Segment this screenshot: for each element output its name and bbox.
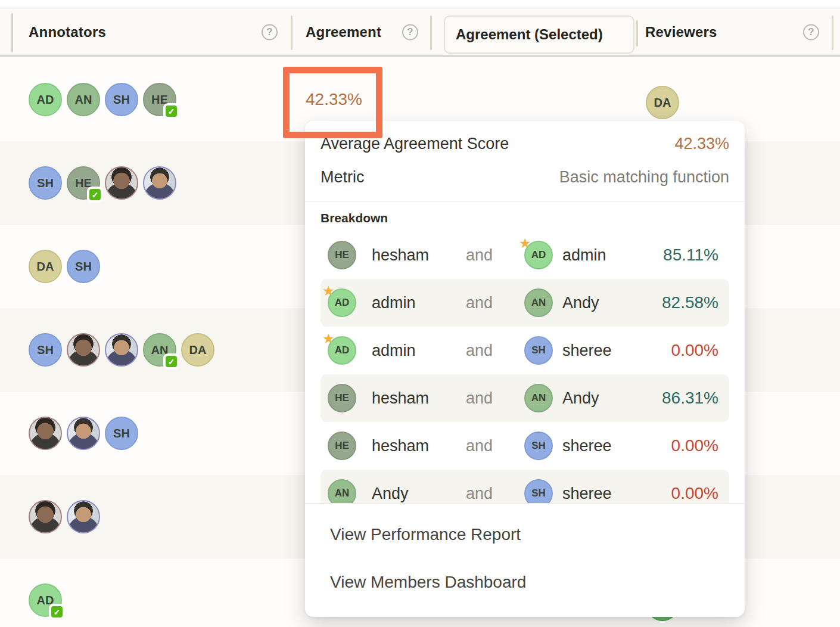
avatar-sh[interactable]: SH	[67, 250, 100, 283]
selected-column-label: Agreement (Selected)	[456, 26, 603, 43]
view-performance-report-link[interactable]: View Performance Report	[330, 511, 745, 558]
avatar-da[interactable]: DA	[181, 333, 214, 367]
member-name: Andy	[562, 294, 599, 312]
annotators-cell: SHHE✓	[29, 141, 176, 225]
avatar-sh[interactable]: SH	[105, 417, 138, 450]
avatar-an[interactable]: AN	[524, 384, 553, 412]
avatar-sh[interactable]: SH	[29, 333, 62, 367]
avatar-he[interactable]: HE✓	[67, 166, 100, 200]
avatar-initials: DA	[37, 260, 54, 274]
avatar-he[interactable]: HE	[328, 384, 356, 412]
pair-agreement-value: 82.58%	[662, 293, 718, 312]
pair-agreement-value: 85.11%	[663, 246, 718, 265]
avatar-ad[interactable]: AD	[29, 83, 62, 116]
avatar-photo[interactable]	[29, 500, 62, 533]
avatar-initials: SH	[531, 440, 546, 452]
member-name: sheree	[562, 437, 612, 455]
member-name: admin	[562, 246, 606, 265]
view-members-dashboard-link[interactable]: View Members Dashboard	[330, 558, 745, 606]
star-icon: ★	[519, 237, 531, 250]
star-icon: ★	[322, 332, 335, 346]
avatar-sh[interactable]: SH	[524, 432, 553, 460]
popover-links: View Performance Report View Members Das…	[305, 503, 745, 606]
annotators-cell: SHAN✓DA	[29, 308, 214, 392]
column-divider	[636, 20, 638, 46]
avatar-ad[interactable]: AD★	[328, 336, 356, 365]
avatar-sh[interactable]: SH	[524, 336, 553, 365]
and-separator: and	[466, 342, 493, 360]
breakdown-section: Breakdown HEheshamandAD★admin85.11%AD★ad…	[305, 201, 745, 503]
pair-agreement-value: 0.00%	[671, 484, 718, 503]
member-name: admin	[372, 342, 416, 360]
avatar-initials: AN	[531, 392, 546, 404]
avatar-initials: SH	[75, 260, 92, 274]
avatar-an[interactable]: AN	[328, 479, 356, 503]
help-icon[interactable]: ?	[262, 24, 278, 40]
avatar-initials: SH	[113, 427, 130, 440]
column-divider	[291, 15, 293, 50]
member-name: Andy	[372, 485, 409, 503]
agreement-popover: Average Agreement Score 42.33% Metric Ba…	[305, 121, 745, 617]
avatar-an[interactable]: AN	[524, 288, 553, 317]
avatar-photo[interactable]	[105, 333, 138, 367]
annotators-cell: DASH	[29, 225, 100, 308]
column-header-agreement-selected[interactable]: Agreement (Selected)	[444, 15, 634, 54]
avatar-photo[interactable]	[105, 166, 138, 200]
avatar-initials: AN	[335, 488, 350, 499]
avatar-he[interactable]: HE	[328, 241, 356, 269]
help-icon[interactable]: ?	[803, 24, 819, 40]
average-agreement-value: 42.33%	[674, 135, 729, 153]
column-header-annotators: Annotators	[29, 24, 106, 41]
avatar-initials: SH	[531, 488, 546, 499]
avatar-photo[interactable]	[67, 417, 100, 450]
member-name: sheree	[562, 342, 612, 360]
and-separator: and	[466, 294, 493, 312]
metric-value: Basic matching function	[559, 168, 729, 187]
member-name: hesham	[372, 437, 429, 455]
avatar-ad[interactable]: AD✓	[29, 583, 62, 617]
column-header-agreement: Agreement	[306, 24, 381, 41]
avatar-photo[interactable]	[29, 417, 62, 450]
avatar-da[interactable]: DA	[646, 86, 679, 119]
avatar-ad[interactable]: AD★	[524, 241, 553, 269]
avatar-sh[interactable]: SH	[29, 166, 62, 200]
and-separator: and	[466, 246, 493, 265]
avatar-he[interactable]: HE	[328, 432, 356, 460]
breakdown-row: HEheshamandSHsheree0.00%	[321, 422, 729, 470]
breakdown-list: HEheshamandAD★admin85.11%AD★adminandANAn…	[321, 231, 729, 503]
avatar-an[interactable]: AN	[67, 83, 100, 116]
avatar-sh[interactable]: SH	[105, 83, 138, 116]
avatar-an[interactable]: AN✓	[143, 333, 176, 367]
avatar-initials: SH	[531, 344, 546, 356]
annotators-cell	[29, 475, 100, 558]
metric-label: Metric	[321, 168, 365, 187]
and-separator: and	[466, 437, 493, 455]
annotators-cell: AD✓	[29, 558, 62, 627]
and-separator: and	[466, 485, 493, 503]
avatar-sh[interactable]: SH	[524, 479, 553, 503]
avatar-initials: AN	[75, 93, 92, 107]
avatar-photo[interactable]	[67, 500, 100, 533]
and-separator: and	[466, 389, 493, 408]
reviewers-cell: DA	[646, 83, 679, 116]
avatar-he[interactable]: HE✓	[143, 83, 176, 116]
breakdown-title: Breakdown	[321, 211, 729, 226]
breakdown-row: AD★adminandSHsheree0.00%	[321, 327, 729, 374]
breakdown-row: HEheshamandANAndy86.31%	[321, 374, 729, 422]
avatar-photo[interactable]	[143, 166, 176, 200]
pair-agreement-value: 0.00%	[671, 341, 718, 360]
help-icon[interactable]: ?	[402, 24, 418, 40]
avatar-photo[interactable]	[67, 333, 100, 367]
avatar-initials: HE	[335, 440, 349, 452]
member-name: hesham	[372, 389, 429, 408]
avatar-initials: AD	[531, 249, 546, 261]
avatar-initials: AD	[335, 297, 350, 309]
column-header-reviewers: Reviewers	[645, 24, 717, 41]
member-name: admin	[372, 294, 416, 312]
column-divider	[11, 13, 13, 52]
avatar-initials: AN	[531, 297, 546, 309]
member-name: sheree	[562, 485, 612, 503]
avatar-da[interactable]: DA	[29, 250, 62, 283]
avatar-ad[interactable]: AD★	[328, 288, 356, 317]
check-badge-icon: ✓	[87, 187, 103, 203]
